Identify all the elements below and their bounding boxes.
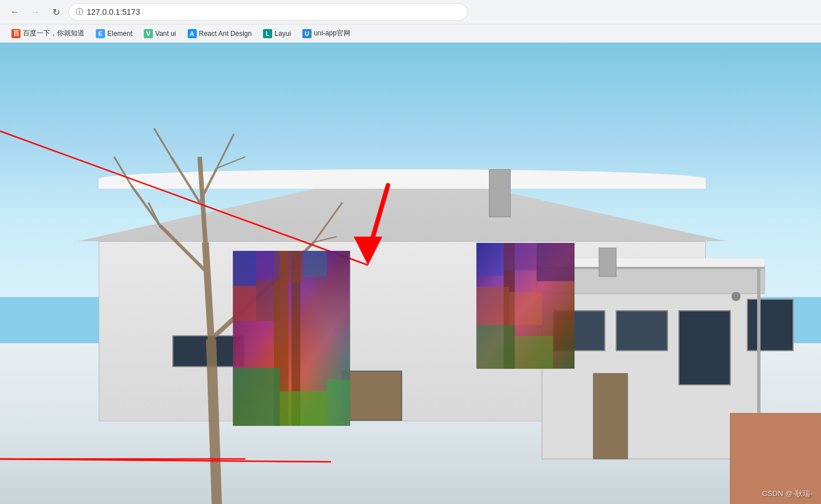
bookmark-label-element: Element	[107, 30, 132, 38]
bookmark-label-vant: Vant ui	[155, 30, 176, 38]
forward-button[interactable]: →	[27, 4, 43, 20]
svg-rect-54	[515, 336, 553, 369]
roof-snow	[99, 169, 706, 189]
svg-rect-45	[233, 368, 280, 426]
bookmark-favicon-react-ant: A	[188, 29, 197, 38]
bookmark-label-react-ant: React Ant Design	[199, 30, 252, 38]
watermark: CSDN @-耿瑞-	[762, 489, 812, 499]
address-bar[interactable]: ⓘ 127.0.0.1:5173	[68, 3, 468, 21]
house	[41, 181, 763, 421]
bookmark-favicon-element: E	[96, 29, 105, 38]
svg-rect-46	[280, 391, 326, 426]
colorful-patch-right	[476, 241, 575, 371]
bookmark-favicon-baidu: 百	[11, 29, 21, 38]
colorful-patch-left	[230, 251, 353, 426]
lock-icon: ⓘ	[76, 7, 83, 17]
bookmark-uniapp[interactable]: Uuni-app官网	[298, 27, 355, 39]
url-text: 127.0.0.1:5173	[87, 7, 140, 17]
bookmark-favicon-uniapp: U	[302, 29, 312, 38]
bookmark-favicon-layui: L	[263, 29, 272, 38]
svg-rect-41	[280, 251, 303, 283]
bookmark-layui[interactable]: LLayui	[258, 28, 296, 39]
bookmark-vant[interactable]: VVant ui	[139, 28, 180, 39]
svg-rect-40	[256, 251, 280, 280]
bookmark-label-layui: Layui	[274, 30, 291, 38]
svg-rect-39	[233, 251, 256, 286]
bookmarks-bar: 百百度一下，你就知道EElementVVant uiAReact Ant Des…	[0, 24, 821, 42]
bookmark-react-ant[interactable]: AReact Ant Design	[183, 28, 257, 39]
svg-rect-53	[476, 325, 515, 369]
svg-rect-43	[233, 286, 256, 321]
chimney	[489, 169, 511, 217]
page-content: CSDN @-耿瑞-	[0, 43, 821, 504]
svg-rect-52	[536, 243, 575, 281]
svg-rect-51	[504, 243, 537, 270]
svg-rect-42	[303, 251, 326, 277]
bookmark-label-baidu: 百度一下，你就知道	[23, 29, 84, 38]
browser-chrome: ← → ↻ ⓘ 127.0.0.1:5173 百百度一下，你就知道EElemen…	[0, 0, 821, 43]
svg-rect-47	[326, 379, 350, 426]
svg-rect-56	[509, 292, 542, 326]
browser-toolbar: ← → ↻ ⓘ 127.0.0.1:5173	[0, 0, 821, 24]
bookmark-label-uniapp: uni-app官网	[314, 29, 350, 38]
svg-rect-50	[476, 243, 504, 276]
bookmark-element[interactable]: EElement	[91, 28, 137, 39]
reload-button[interactable]: ↻	[48, 4, 64, 20]
back-button[interactable]: ←	[7, 4, 23, 20]
house-body	[99, 241, 706, 421]
bookmark-favicon-vant: V	[144, 29, 153, 38]
bookmark-baidu[interactable]: 百百度一下，你就知道	[7, 27, 89, 39]
svg-rect-55	[476, 287, 509, 325]
svg-rect-44	[256, 280, 280, 321]
